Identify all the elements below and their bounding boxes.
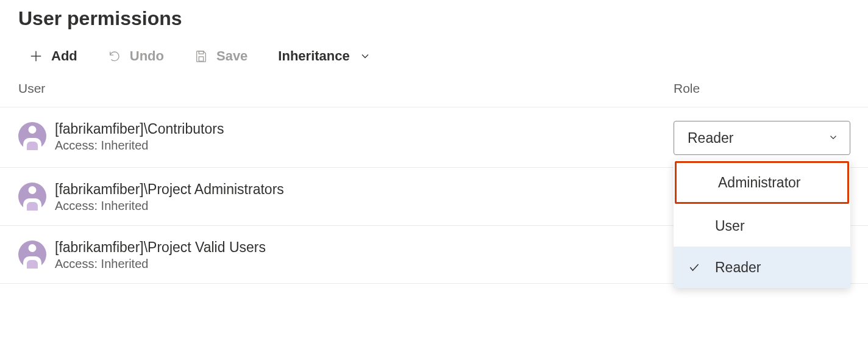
group-avatar-icon bbox=[18, 122, 46, 150]
group-avatar-icon bbox=[18, 240, 46, 269]
user-access: Access: Inherited bbox=[55, 199, 674, 213]
add-label: Add bbox=[51, 48, 77, 64]
dropdown-item-label: Administrator bbox=[718, 175, 800, 191]
role-cell: Reader Administrator User Reader bbox=[674, 121, 850, 155]
undo-icon bbox=[108, 49, 121, 63]
save-label: Save bbox=[216, 48, 247, 64]
group-avatar-icon bbox=[18, 182, 46, 211]
user-info: [fabrikamfiber]\Project Administrators A… bbox=[55, 181, 674, 213]
undo-button[interactable]: Undo bbox=[108, 48, 164, 64]
plus-icon bbox=[29, 49, 43, 63]
dropdown-item-administrator[interactable]: Administrator bbox=[675, 161, 849, 204]
dropdown-item-reader[interactable]: Reader bbox=[674, 247, 850, 288]
dropdown-item-label: Reader bbox=[715, 259, 761, 276]
table-row[interactable]: [fabrikamfiber]\Contributors Access: Inh… bbox=[0, 107, 868, 168]
svg-rect-3 bbox=[199, 57, 203, 61]
chevron-down-icon bbox=[828, 130, 839, 146]
role-select-value: Reader bbox=[688, 130, 733, 146]
user-name: [fabrikamfiber]\Contributors bbox=[55, 121, 674, 137]
user-info: [fabrikamfiber]\Project Valid Users Acce… bbox=[55, 239, 674, 271]
user-access: Access: Inherited bbox=[55, 139, 674, 153]
role-select[interactable]: Reader bbox=[674, 121, 850, 155]
user-name: [fabrikamfiber]\Project Administrators bbox=[55, 181, 674, 198]
svg-rect-2 bbox=[199, 51, 203, 54]
page-title: User permissions bbox=[0, 7, 868, 48]
user-permissions-panel: User permissions Add Undo Save Inheritan… bbox=[0, 0, 868, 284]
role-dropdown: Administrator User Reader bbox=[674, 160, 850, 288]
inheritance-dropdown[interactable]: Inheritance bbox=[278, 48, 371, 64]
user-name: [fabrikamfiber]\Project Valid Users bbox=[55, 239, 674, 256]
undo-label: Undo bbox=[130, 48, 164, 64]
user-info: [fabrikamfiber]\Contributors Access: Inh… bbox=[55, 121, 674, 153]
header-user: User bbox=[18, 81, 674, 96]
add-button[interactable]: Add bbox=[29, 48, 77, 64]
table-headers: User Role bbox=[0, 81, 868, 107]
chevron-down-icon bbox=[358, 49, 372, 63]
header-role: Role bbox=[674, 81, 850, 96]
user-access: Access: Inherited bbox=[55, 257, 674, 271]
toolbar: Add Undo Save Inheritance bbox=[0, 48, 868, 81]
inheritance-label: Inheritance bbox=[278, 48, 349, 64]
check-icon bbox=[688, 261, 700, 273]
dropdown-item-user[interactable]: User bbox=[674, 205, 850, 247]
dropdown-item-label: User bbox=[715, 218, 745, 234]
save-button[interactable]: Save bbox=[194, 48, 247, 64]
save-icon bbox=[194, 49, 208, 63]
